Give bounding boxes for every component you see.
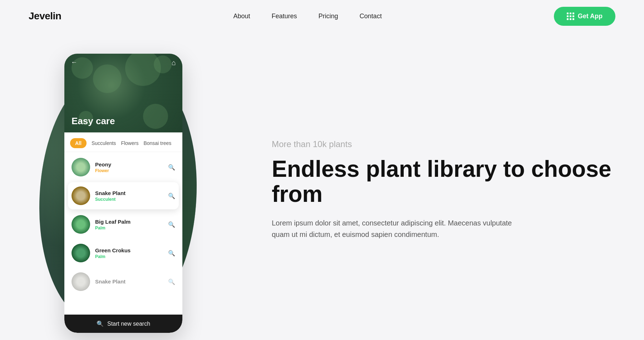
plant-name-snake2: Snake Plant: [95, 278, 163, 285]
phone-header-nav: ← ⌂: [64, 59, 182, 67]
plant-info-palm: Big Leaf Palm Palm: [95, 219, 163, 230]
plant-item-crokus[interactable]: Green Crokus Palm 🔍: [68, 239, 179, 267]
nav-link-pricing[interactable]: Pricing: [319, 13, 338, 20]
plant-type-peony: Flower: [95, 168, 163, 173]
nav-link-features[interactable]: Features: [272, 13, 297, 20]
plant-name-palm: Big Leaf Palm: [95, 219, 163, 225]
plant-item-snake2[interactable]: Snake Plant 🔍: [68, 268, 179, 295]
navbar: Jevelin About Features Pricing Contact G…: [0, 0, 644, 32]
plant-type-palm: Palm: [95, 225, 163, 230]
search-icon-peony[interactable]: 🔍: [168, 164, 175, 171]
search-icon-snake[interactable]: 🔍: [168, 193, 175, 199]
phone-container: ← ⌂ Easy care All Succulents Flowers Bon…: [29, 43, 222, 336]
grid-icon: [567, 13, 574, 20]
plant-avatar-crokus: [72, 244, 90, 262]
plant-item-peony[interactable]: Peony Flower 🔍: [68, 154, 179, 181]
nav-item-about[interactable]: About: [233, 13, 250, 20]
home-icon[interactable]: ⌂: [172, 59, 176, 67]
bottom-search-icon: 🔍: [97, 320, 104, 327]
nav-link-about[interactable]: About: [233, 13, 250, 20]
nav-item-contact[interactable]: Contact: [360, 13, 382, 20]
plant-info-snake2: Snake Plant: [95, 278, 163, 285]
category-succulents[interactable]: Succulents: [92, 140, 116, 146]
get-app-button[interactable]: Get App: [554, 7, 615, 26]
phone-bottom-bar: 🔍 Start new search: [64, 315, 182, 333]
search-icon-crokus[interactable]: 🔍: [168, 250, 175, 257]
plant-type-snake: Succulent: [95, 197, 163, 202]
plant-avatar-palm: [72, 215, 90, 234]
search-icon-snake2[interactable]: 🔍: [168, 278, 175, 285]
plant-avatar-snake2: [72, 272, 90, 291]
plant-categories: All Succulents Flowers Bonsai trees: [64, 132, 182, 152]
search-button-label[interactable]: Start new search: [107, 321, 150, 327]
hero-title: Endless plant library to choose from: [272, 156, 615, 207]
get-app-label: Get App: [578, 13, 603, 20]
category-all[interactable]: All: [70, 138, 87, 148]
text-content: More than 10k plants Endless plant libra…: [243, 139, 615, 241]
plant-name-crokus: Green Crokus: [95, 247, 163, 253]
hero-description: Lorem ipsum dolor sit amet, consectetur …: [272, 217, 522, 240]
plant-avatar-peony: [72, 158, 90, 176]
plant-info-snake: Snake Plant Succulent: [95, 190, 163, 202]
phone-header-title: Easy care: [72, 116, 115, 127]
nav-links: About Features Pricing Contact: [233, 13, 382, 20]
search-icon-palm[interactable]: 🔍: [168, 221, 175, 228]
main-content: ← ⌂ Easy care All Succulents Flowers Bon…: [0, 32, 644, 340]
plant-name-snake: Snake Plant: [95, 190, 163, 196]
hero-subtitle: More than 10k plants: [272, 139, 615, 149]
plant-avatar-snake: [72, 186, 90, 205]
nav-link-contact[interactable]: Contact: [360, 13, 382, 20]
plant-list: Peony Flower 🔍 Snake Plant Succulent 🔍: [64, 154, 182, 295]
nav-item-features[interactable]: Features: [272, 13, 297, 20]
plant-item-snake[interactable]: Snake Plant Succulent 🔍: [68, 182, 179, 209]
plant-info-peony: Peony Flower: [95, 161, 163, 173]
nav-item-pricing[interactable]: Pricing: [319, 13, 338, 20]
plant-info-crokus: Green Crokus Palm: [95, 247, 163, 259]
category-bonsai[interactable]: Bonsai trees: [143, 140, 171, 146]
plant-name-peony: Peony: [95, 161, 163, 167]
plant-type-crokus: Palm: [95, 254, 163, 259]
phone-header: ← ⌂ Easy care: [64, 54, 182, 132]
phone-frame: ← ⌂ Easy care All Succulents Flowers Bon…: [64, 54, 182, 333]
category-flowers[interactable]: Flowers: [121, 140, 138, 146]
back-icon[interactable]: ←: [71, 59, 77, 67]
plant-item-palm[interactable]: Big Leaf Palm Palm 🔍: [68, 211, 179, 238]
logo[interactable]: Jevelin: [29, 10, 61, 22]
